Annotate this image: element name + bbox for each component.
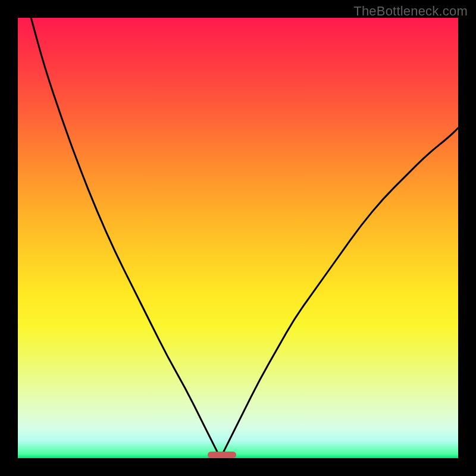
attribution-text: TheBottleneck.com bbox=[353, 4, 468, 19]
curve-right-branch bbox=[220, 128, 458, 458]
outer-frame: TheBottleneck.com bbox=[0, 0, 476, 476]
curve-layer bbox=[18, 18, 458, 458]
plot-area bbox=[18, 18, 458, 458]
optimum-marker bbox=[208, 452, 236, 458]
curve-left-branch bbox=[31, 18, 220, 458]
